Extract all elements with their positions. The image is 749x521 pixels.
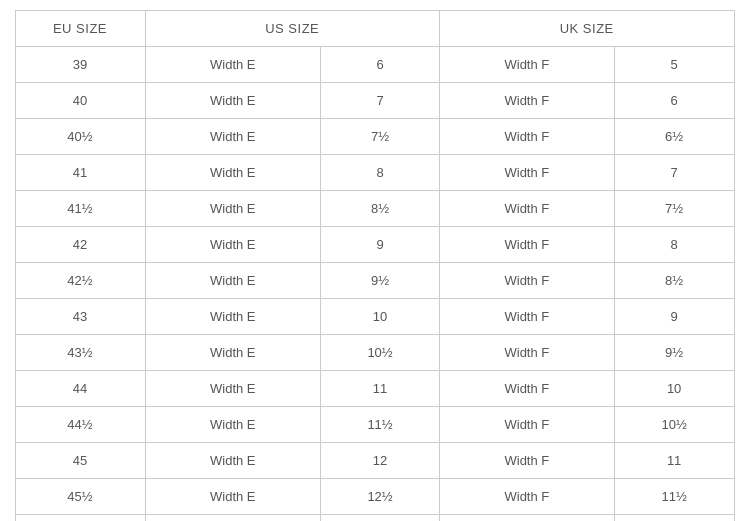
us-size: 13: [321, 515, 440, 522]
header-us: US SIZE: [145, 11, 439, 47]
us-width: Width E: [145, 47, 321, 83]
uk-size: 8½: [614, 263, 734, 299]
eu-size: 46: [15, 515, 145, 522]
eu-size: 40: [15, 83, 145, 119]
table-row: 41Width E8Width F7: [15, 155, 734, 191]
table-row: 44½Width E11½Width F10½: [15, 407, 734, 443]
uk-size: 11½: [614, 479, 734, 515]
us-size: 8: [321, 155, 440, 191]
us-size: 10: [321, 299, 440, 335]
uk-width: Width F: [439, 407, 614, 443]
uk-width: Width F: [439, 155, 614, 191]
table-row: 45½Width E12½Width F11½: [15, 479, 734, 515]
uk-size: 12: [614, 515, 734, 522]
us-width: Width E: [145, 299, 321, 335]
eu-size: 42½: [15, 263, 145, 299]
uk-size: 6½: [614, 119, 734, 155]
uk-width: Width F: [439, 335, 614, 371]
table-row: 43½Width E10½Width F9½: [15, 335, 734, 371]
us-size: 11: [321, 371, 440, 407]
uk-width: Width F: [439, 443, 614, 479]
uk-width: Width F: [439, 479, 614, 515]
us-size: 7: [321, 83, 440, 119]
uk-width: Width F: [439, 47, 614, 83]
uk-size: 7½: [614, 191, 734, 227]
us-width: Width E: [145, 515, 321, 522]
eu-size: 41½: [15, 191, 145, 227]
uk-width: Width F: [439, 263, 614, 299]
uk-size: 11: [614, 443, 734, 479]
uk-width: Width F: [439, 299, 614, 335]
us-width: Width E: [145, 83, 321, 119]
uk-size: 5: [614, 47, 734, 83]
us-size: 9: [321, 227, 440, 263]
us-width: Width E: [145, 263, 321, 299]
uk-size: 6: [614, 83, 734, 119]
us-width: Width E: [145, 119, 321, 155]
us-size: 10½: [321, 335, 440, 371]
us-size: 6: [321, 47, 440, 83]
us-width: Width E: [145, 335, 321, 371]
uk-width: Width F: [439, 227, 614, 263]
uk-width: Width F: [439, 515, 614, 522]
table-row: 44Width E11Width F10: [15, 371, 734, 407]
uk-size: 7: [614, 155, 734, 191]
us-size: 7½: [321, 119, 440, 155]
us-size: 11½: [321, 407, 440, 443]
header-eu: EU SIZE: [15, 11, 145, 47]
eu-size: 41: [15, 155, 145, 191]
eu-size: 45: [15, 443, 145, 479]
eu-size: 43½: [15, 335, 145, 371]
uk-width: Width F: [439, 83, 614, 119]
uk-size: 8: [614, 227, 734, 263]
table-row: 43Width E10Width F9: [15, 299, 734, 335]
us-width: Width E: [145, 155, 321, 191]
table-row: 45Width E12Width F11: [15, 443, 734, 479]
header-uk: UK SIZE: [439, 11, 734, 47]
us-width: Width E: [145, 407, 321, 443]
us-width: Width E: [145, 479, 321, 515]
eu-size: 44: [15, 371, 145, 407]
eu-size: 44½: [15, 407, 145, 443]
table-row: 40Width E7Width F6: [15, 83, 734, 119]
eu-size: 43: [15, 299, 145, 335]
us-size: 9½: [321, 263, 440, 299]
eu-size: 42: [15, 227, 145, 263]
uk-size: 10: [614, 371, 734, 407]
table-row: 42Width E9Width F8: [15, 227, 734, 263]
uk-width: Width F: [439, 371, 614, 407]
us-width: Width E: [145, 227, 321, 263]
us-width: Width E: [145, 191, 321, 227]
uk-size: 9½: [614, 335, 734, 371]
table-row: 42½Width E9½Width F8½: [15, 263, 734, 299]
eu-size: 40½: [15, 119, 145, 155]
us-width: Width E: [145, 443, 321, 479]
uk-size: 10½: [614, 407, 734, 443]
table-row: 41½Width E8½Width F7½: [15, 191, 734, 227]
uk-width: Width F: [439, 191, 614, 227]
uk-size: 9: [614, 299, 734, 335]
us-size: 12: [321, 443, 440, 479]
size-chart: EU SIZE US SIZE UK SIZE 39Width E6Width …: [15, 10, 735, 521]
eu-size: 39: [15, 47, 145, 83]
uk-width: Width F: [439, 119, 614, 155]
table-row: 39Width E6Width F5: [15, 47, 734, 83]
us-width: Width E: [145, 371, 321, 407]
table-row: 40½Width E7½Width F6½: [15, 119, 734, 155]
eu-size: 45½: [15, 479, 145, 515]
us-size: 12½: [321, 479, 440, 515]
table-row: 46Width E13Width F12: [15, 515, 734, 522]
us-size: 8½: [321, 191, 440, 227]
